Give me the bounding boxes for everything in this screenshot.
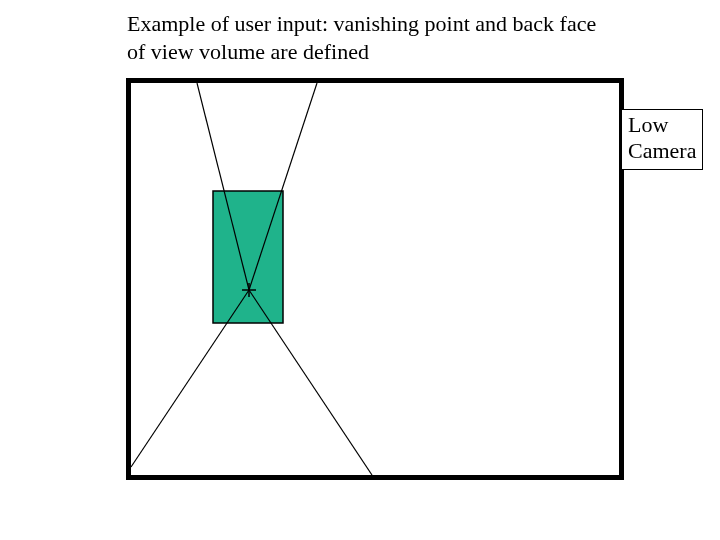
backface-rect bbox=[213, 191, 283, 323]
perspective-line-0 bbox=[131, 290, 249, 467]
camera-label-line1: Low bbox=[628, 112, 696, 138]
perspective-line-1 bbox=[249, 290, 372, 475]
view-volume-diagram bbox=[131, 83, 619, 475]
camera-label-line2: Camera bbox=[628, 138, 696, 164]
camera-label: Low Camera bbox=[621, 109, 703, 170]
figure-title: Example of user input: vanishing point a… bbox=[127, 10, 607, 65]
diagram-frame bbox=[126, 78, 624, 480]
